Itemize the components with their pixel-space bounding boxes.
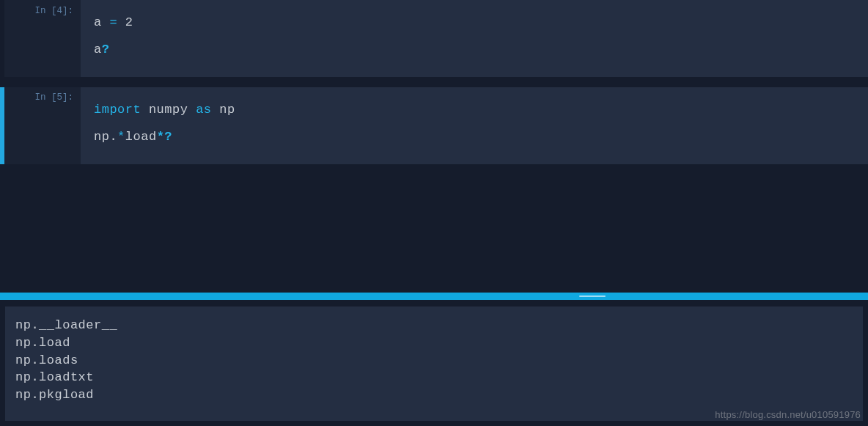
output-line: np.pkgload bbox=[15, 386, 853, 404]
code-line[interactable]: np.*load*? bbox=[94, 123, 855, 150]
code-line[interactable]: import numpy as np bbox=[94, 96, 855, 123]
code-token: 2 bbox=[117, 15, 133, 29]
output-line: np.load bbox=[15, 334, 853, 352]
code-line[interactable]: a? bbox=[94, 36, 855, 63]
output-line: np.__loader__ bbox=[15, 317, 853, 334]
input-prompt: In [4]: bbox=[4, 0, 81, 77]
pane-divider[interactable] bbox=[0, 293, 868, 300]
code-token: a bbox=[94, 15, 109, 29]
code-line[interactable]: a = 2 bbox=[94, 9, 855, 36]
code-token: numpy bbox=[141, 103, 196, 117]
watermark-text: https://blog.csdn.net/u010591976 bbox=[715, 409, 861, 420]
drag-handle-icon[interactable] bbox=[579, 295, 606, 297]
code-token: ? bbox=[102, 43, 110, 56]
code-token: load bbox=[125, 130, 157, 144]
code-token: np. bbox=[94, 130, 117, 144]
code-token: a bbox=[94, 43, 102, 56]
output-line: np.loads bbox=[15, 352, 853, 370]
code-token: * bbox=[117, 130, 125, 144]
code-cell[interactable]: In [4]: a = 2 a? bbox=[0, 0, 868, 77]
output-line: np.loadtxt bbox=[15, 369, 853, 386]
code-editor[interactable]: a = 2 a? bbox=[81, 0, 868, 77]
code-token: as bbox=[196, 103, 211, 117]
code-editor[interactable]: import numpy as np np.*load*? bbox=[81, 87, 868, 164]
output-panel[interactable]: np.__loader__ np.load np.loads np.loadtx… bbox=[5, 306, 863, 421]
code-cell[interactable]: In [5]: import numpy as np np.*load*? bbox=[0, 87, 868, 164]
code-token: import bbox=[94, 103, 141, 117]
input-prompt: In [5]: bbox=[4, 87, 81, 164]
code-token: = bbox=[109, 15, 117, 29]
code-token: *? bbox=[157, 130, 172, 144]
code-token: np bbox=[212, 103, 235, 117]
notebook-area: In [4]: a = 2 a? In [5]: import numpy as… bbox=[0, 0, 868, 164]
